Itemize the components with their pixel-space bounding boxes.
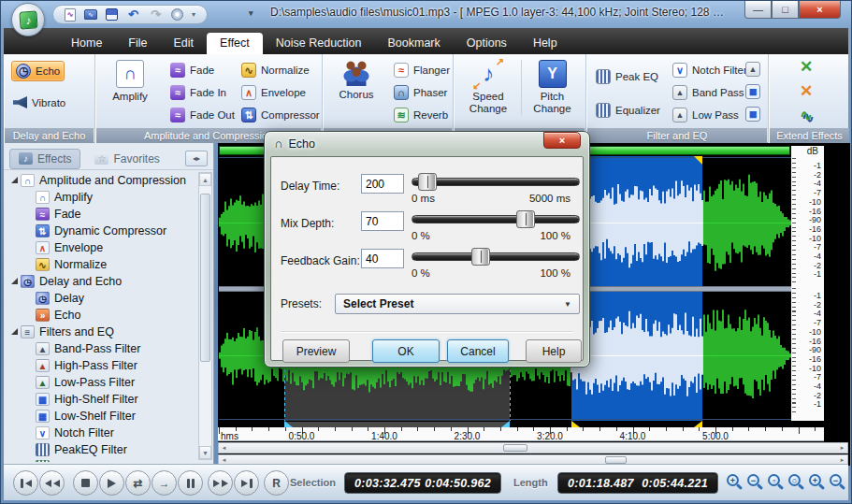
normalize-button[interactable]: ∿ Normalize xyxy=(238,61,313,79)
expander-icon[interactable] xyxy=(11,328,18,335)
tree-item-peakeq-filter[interactable]: PeakEQ Filter xyxy=(6,441,198,458)
tree-item-amplitude-and-compression[interactable]: ∩Amplitude and Compression xyxy=(6,172,198,189)
time-ruler[interactable]: hms0:50.01:40.02:30.03:20.04:10.05:00.0 xyxy=(218,427,824,441)
tree-item-echo[interactable]: »Echo xyxy=(6,307,198,324)
fade-in-button[interactable]: ≈ Fade In xyxy=(166,83,230,102)
extend-effect-2-icon[interactable]: ✕ xyxy=(799,83,814,98)
open-file-icon[interactable]: ∿ xyxy=(84,9,97,20)
extend-effect-1-icon[interactable]: ✕ xyxy=(799,59,814,74)
tree-item-delay-and-echo[interactable]: ◷Delay and Echo xyxy=(6,273,198,290)
menu-tab-noise-reduction[interactable]: Noise Reduction xyxy=(263,33,375,54)
equalizer-button[interactable]: Equalizer xyxy=(592,101,664,120)
feedback-gain-slider[interactable] xyxy=(412,252,580,261)
tree-item-high-pass-filter[interactable]: ▲High-Pass Filter xyxy=(6,357,198,374)
maximize-button[interactable]: □ xyxy=(772,1,799,19)
undo-icon[interactable]: ↶ xyxy=(126,7,140,22)
menu-tab-help[interactable]: Help xyxy=(520,33,570,54)
speed-change-button[interactable]: ♪ Speed Change xyxy=(459,60,517,115)
reverb-button[interactable]: ≋ Reverb xyxy=(390,106,452,124)
zoom-vertical-in-icon[interactable]: + xyxy=(808,473,828,493)
burn-dropdown-icon[interactable]: ▾ xyxy=(192,10,195,19)
fade-button[interactable]: ≈ Fade xyxy=(166,61,218,79)
amplify-button[interactable]: ∩ Amplify xyxy=(105,60,155,103)
notch-filter-button[interactable]: ∨ Notch Filter xyxy=(669,61,751,79)
expander-icon[interactable] xyxy=(11,177,18,183)
tree-item-fade[interactable]: ≈Fade xyxy=(6,206,198,223)
tree-item-envelope[interactable]: ∧Envelope xyxy=(6,239,198,256)
zoom-vertical-out-icon[interactable]: − xyxy=(829,473,848,493)
new-file-icon[interactable]: ∿ xyxy=(65,8,76,22)
tab-favorites[interactable]: ☆ Favorites xyxy=(86,150,167,168)
fade-out-button[interactable]: ≈ Fade Out xyxy=(166,106,238,124)
tree-item-normalize[interactable]: ∿Normalize xyxy=(6,256,198,273)
presets-select[interactable]: Select Preset ▼ xyxy=(335,294,580,314)
scroll-down-icon[interactable]: ▼ xyxy=(199,446,211,459)
play-button[interactable] xyxy=(99,470,124,496)
tree-item-delay[interactable]: ◷Delay xyxy=(6,290,198,307)
cancel-button[interactable]: Cancel xyxy=(447,339,509,363)
help-button[interactable]: Help xyxy=(526,339,582,363)
feedback-gain-slider-thumb[interactable] xyxy=(471,248,490,266)
zoom-out-icon[interactable]: − xyxy=(746,473,766,493)
phaser-button[interactable]: ∩ Phaser xyxy=(390,83,451,102)
minimize-button[interactable]: — xyxy=(744,1,772,19)
save-icon[interactable] xyxy=(106,8,118,21)
extend-effect-3-icon[interactable]: ∿ xyxy=(799,108,814,122)
tree-item-filters-and-eq[interactable]: ≡Filters and EQ xyxy=(6,324,198,340)
delay-time-slider-thumb[interactable] xyxy=(418,173,437,191)
rewind-button[interactable] xyxy=(39,470,65,496)
zoom-all-icon[interactable]: ○ xyxy=(787,473,807,493)
compressor-button[interactable]: ⇅ Compressor xyxy=(238,106,324,124)
hscroll-right-icon[interactable]: ▸ xyxy=(837,443,847,453)
burn-disc-icon[interactable] xyxy=(171,8,183,21)
pitch-change-button[interactable]: Y Pitch Change xyxy=(521,60,579,115)
chorus-button[interactable]: Chorus xyxy=(330,60,383,101)
tree-item-amplify[interactable]: ∩Amplify xyxy=(6,189,198,206)
ok-button[interactable]: OK xyxy=(372,339,440,363)
menu-tab-file[interactable]: File xyxy=(115,33,160,54)
low-shelf-icon-button[interactable]: ▦ xyxy=(745,107,760,122)
low-pass-button[interactable]: ▲ Low Pass xyxy=(669,106,743,124)
vibrato-button[interactable]: Vibrato xyxy=(9,94,69,110)
peak-eq-button[interactable]: Peak EQ xyxy=(592,67,662,86)
skip-to-start-button[interactable] xyxy=(13,470,38,496)
high-shelf-icon-button[interactable]: ▦ xyxy=(745,84,760,99)
app-logo[interactable]: ♪ xyxy=(11,3,45,36)
hscroll-left-icon[interactable]: ◂ xyxy=(219,443,229,453)
menu-tab-bookmark[interactable]: Bookmark xyxy=(375,33,454,54)
high-pass-icon-button[interactable]: ▲ xyxy=(745,62,760,77)
mix-depth-slider-thumb[interactable] xyxy=(516,210,535,228)
tree-item-partial[interactable] xyxy=(6,458,198,462)
close-button[interactable]: × xyxy=(799,1,841,19)
delay-time-input[interactable] xyxy=(361,174,404,194)
menu-tab-options[interactable]: Options xyxy=(454,33,520,54)
tree-scrollbar-thumb[interactable] xyxy=(200,194,210,362)
menu-tab-home[interactable]: Home xyxy=(58,33,115,54)
tab-pager-button[interactable]: ◂▸ xyxy=(185,151,208,166)
menu-tab-edit[interactable]: Edit xyxy=(161,33,208,54)
horizontal-scrollbar-1[interactable]: ◂ ▸ xyxy=(218,442,848,454)
hscroll-thumb-2[interactable] xyxy=(605,456,627,464)
tree-item-high-shelf-filter[interactable]: ▦High-Shelf Filter xyxy=(6,391,198,408)
feedback-gain-input[interactable] xyxy=(361,249,404,268)
tab-effects[interactable]: ♪ Effects xyxy=(9,149,80,169)
band-pass-button[interactable]: ▲ Band Pass xyxy=(669,83,748,102)
tree-item-low-pass-filter[interactable]: ▲Low-Pass Filter xyxy=(6,374,198,391)
zoom-selection-icon[interactable]: ▫ xyxy=(767,473,787,493)
skip-to-end-button[interactable] xyxy=(234,470,259,496)
record-button[interactable]: R xyxy=(264,470,289,496)
echo-button[interactable]: ◷ Echo xyxy=(11,61,65,81)
zoom-in-icon[interactable]: + xyxy=(726,473,745,493)
flanger-button[interactable]: ≈ Flanger xyxy=(390,61,454,79)
hscroll-thumb-1[interactable] xyxy=(503,444,527,452)
tree-item-low-shelf-filter[interactable]: ▦Low-Shelf Filter xyxy=(6,408,198,425)
tree-item-band-pass-filter[interactable]: ▲Band-Pass Filter xyxy=(6,340,198,357)
tree-scrollbar[interactable]: ▲ ▼ xyxy=(198,172,212,460)
tree-item-dynamic-compressor[interactable]: ⇅Dynamic Compressor xyxy=(6,223,198,239)
expander-icon[interactable] xyxy=(11,278,18,284)
mix-depth-slider[interactable] xyxy=(412,215,580,223)
loop-button[interactable]: ⇄ xyxy=(125,470,151,496)
dialog-close-button[interactable]: × xyxy=(543,132,581,149)
move-cursor-button[interactable]: → xyxy=(152,470,177,496)
pause-button[interactable] xyxy=(178,470,203,496)
